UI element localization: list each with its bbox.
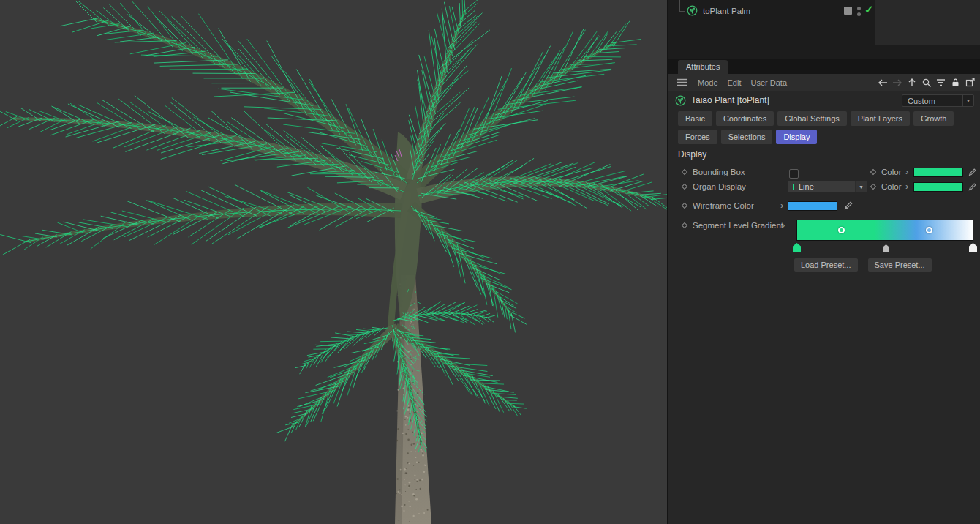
attributes-toolbar: Mode Edit User Data [668, 74, 980, 91]
keyframe-diamond-icon[interactable] [682, 199, 687, 212]
user-data-menu[interactable]: User Data [751, 78, 788, 87]
object-name[interactable]: toPlant Palm [703, 7, 750, 15]
edit-pencil-icon[interactable] [968, 180, 977, 193]
plant-object-icon [675, 95, 686, 106]
history-forward-icon[interactable] [891, 77, 903, 88]
palm-tree-render [0, 0, 667, 524]
layer-icon[interactable] [844, 7, 852, 15]
load-preset-button[interactable]: Load Preset... [794, 258, 858, 272]
expand-chevron-icon[interactable]: › [905, 180, 908, 193]
edit-menu[interactable]: Edit [728, 78, 742, 87]
hierarchy-line [679, 0, 680, 11]
param-row-organ-display: Organ Display Line ▼ Color › [668, 180, 980, 193]
expand-chevron-icon[interactable]: › [780, 199, 783, 212]
lock-icon[interactable] [949, 77, 962, 88]
render-visibility-dot[interactable] [857, 12, 861, 16]
tab-forces[interactable]: Forces [678, 130, 717, 144]
param-label: Color [881, 180, 901, 193]
application-window: toPlant Palm ✓ Attributes Mode Edit User… [0, 0, 980, 524]
hierarchy-line [679, 11, 685, 12]
expand-chevron-icon[interactable]: › [905, 165, 908, 179]
gradient-knot[interactable] [838, 227, 845, 233]
tab-plant-layers[interactable]: Plant Layers [851, 111, 910, 126]
bounding-box-checkbox[interactable] [789, 167, 799, 180]
filter-icon[interactable] [935, 77, 947, 88]
viewport-3d[interactable] [0, 0, 667, 524]
keyframe-diamond-icon[interactable] [871, 180, 875, 193]
object-title-row: Taiao Plant [toPlant] Custom ▼ [668, 91, 980, 110]
param-label: Segment Level Gradient [693, 219, 783, 232]
keyframe-diamond-icon[interactable] [682, 165, 687, 179]
search-icon[interactable] [920, 77, 932, 88]
tab-global-settings[interactable]: Global Settings [777, 111, 847, 126]
right-panel: toPlant Palm ✓ Attributes Mode Edit User… [667, 0, 980, 524]
save-preset-button[interactable]: Save Preset... [868, 258, 932, 272]
preset-dropdown-value: Custom [902, 97, 962, 105]
wireframe-color-swatch[interactable] [788, 199, 837, 212]
param-label: Wireframe Color [693, 199, 754, 212]
gradient-stop-marker-left[interactable] [793, 243, 801, 252]
history-back-icon[interactable] [876, 77, 889, 88]
param-row-bounding-box: Bounding Box Color › [668, 165, 980, 179]
tab-attributes[interactable]: Attributes [678, 60, 728, 74]
gradient-knot[interactable] [926, 227, 932, 233]
edit-pencil-icon[interactable] [968, 165, 977, 179]
menu-icon[interactable] [676, 77, 688, 88]
section-title: Display [678, 149, 706, 160]
param-label: Organ Display [693, 180, 746, 193]
attributes-tab-bar: Attributes [668, 59, 980, 74]
expand-chevron-icon[interactable]: › [782, 219, 785, 232]
tab-basic[interactable]: Basic [678, 111, 712, 126]
mode-menu[interactable]: Mode [698, 78, 718, 87]
parent-up-icon[interactable] [905, 77, 918, 88]
keyframe-diamond-icon[interactable] [871, 165, 875, 179]
param-row-wireframe-color: Wireframe Color › [668, 199, 980, 212]
tab-display[interactable]: Display [776, 130, 817, 144]
attribute-tabs-row-2: Forces Selections Display [678, 130, 817, 144]
param-label: Bounding Box [693, 165, 745, 179]
new-window-icon[interactable] [964, 77, 976, 88]
param-label: Color [881, 165, 901, 179]
tab-selections[interactable]: Selections [721, 130, 773, 144]
plant-object-icon [687, 5, 698, 16]
gradient-bar[interactable] [796, 220, 973, 241]
organ-display-dropdown[interactable]: Line ▼ [788, 181, 867, 192]
edit-pencil-icon[interactable] [843, 199, 853, 212]
editor-visibility-dot[interactable] [857, 7, 861, 10]
enabled-check-icon[interactable]: ✓ [864, 3, 874, 16]
gradient-stop-marker-right[interactable] [969, 243, 977, 252]
bounding-box-color-swatch[interactable] [913, 165, 963, 179]
organ-display-value: Line [799, 182, 855, 191]
keyframe-diamond-icon[interactable] [682, 180, 687, 193]
gradient-mid-marker[interactable] [883, 244, 889, 252]
chevron-down-icon: ▼ [855, 181, 867, 192]
preset-dropdown[interactable]: Custom ▼ [902, 94, 974, 107]
tab-growth[interactable]: Growth [913, 111, 954, 126]
page-title: Taiao Plant [toPlant] [691, 95, 769, 105]
chevron-down-icon: ▼ [962, 95, 973, 106]
object-manager: toPlant Palm ✓ [668, 0, 980, 59]
preset-buttons-row: Load Preset... Save Preset... [794, 258, 932, 272]
line-mode-icon [793, 184, 794, 190]
tab-coordinates[interactable]: Coordinates [716, 111, 774, 126]
attribute-tabs-row-1: Basic Coordinates Global Settings Plant … [678, 111, 954, 126]
keyframe-diamond-icon[interactable] [682, 219, 687, 232]
object-manager-columns [875, 0, 980, 45]
organ-color-swatch[interactable] [913, 180, 963, 193]
